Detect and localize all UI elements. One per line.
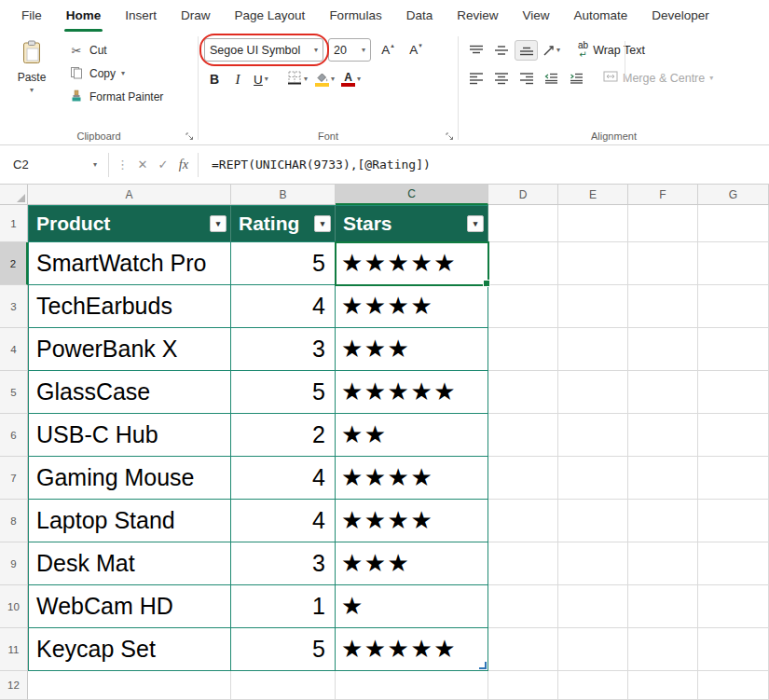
empty-cell[interactable]	[698, 328, 769, 371]
empty-cell[interactable]	[628, 242, 698, 285]
stars-cell[interactable]: ★★★	[336, 542, 488, 585]
row-header[interactable]: 11	[0, 628, 28, 671]
align-right-button[interactable]	[515, 68, 538, 89]
select-all-button[interactable]	[0, 185, 28, 205]
bold-button[interactable]: B	[204, 68, 225, 90]
empty-cell[interactable]	[558, 671, 628, 700]
tab-file[interactable]: File	[9, 0, 54, 32]
empty-cell[interactable]	[558, 457, 628, 500]
clipboard-dialog-launcher[interactable]	[185, 131, 195, 142]
product-header-cell[interactable]: Product ▾	[28, 205, 231, 242]
font-color-button[interactable]: A ▾	[339, 68, 363, 90]
empty-cell[interactable]	[488, 585, 558, 628]
column-header-f[interactable]: F	[628, 185, 698, 205]
borders-button[interactable]: ▾	[285, 68, 309, 90]
empty-cell[interactable]	[628, 628, 698, 671]
empty-cell[interactable]	[628, 457, 698, 500]
fill-color-button[interactable]: ▾	[312, 68, 336, 90]
cut-button[interactable]: ✂ Cut	[65, 40, 167, 61]
empty-cell[interactable]	[488, 242, 558, 285]
empty-cell[interactable]	[488, 500, 558, 542]
tab-insert[interactable]: Insert	[113, 0, 169, 32]
font-name-combobox[interactable]: Segoe UI Symbol ▾	[204, 38, 323, 62]
row-header[interactable]: 1	[0, 205, 28, 242]
stars-cell[interactable]: ★★★★	[336, 457, 488, 500]
empty-cell[interactable]	[558, 414, 628, 457]
rating-cell[interactable]: 5	[231, 371, 336, 414]
column-header-c-selected[interactable]: C	[336, 185, 488, 205]
empty-cell[interactable]	[488, 671, 558, 700]
column-header-d[interactable]: D	[488, 185, 558, 205]
enter-button[interactable]: ✓	[153, 158, 173, 172]
tab-review[interactable]: Review	[445, 0, 510, 32]
row-header[interactable]: 8	[0, 500, 28, 542]
rating-cell[interactable]: 5	[231, 628, 336, 671]
filter-button[interactable]: ▾	[467, 215, 484, 232]
empty-cell[interactable]	[628, 285, 698, 328]
stars-cell[interactable]: ★★	[336, 414, 488, 457]
filter-button[interactable]: ▾	[210, 215, 227, 232]
empty-cell[interactable]	[488, 414, 558, 457]
empty-cell[interactable]	[558, 328, 628, 371]
product-cell[interactable]: SmartWatch Pro	[28, 242, 231, 285]
empty-cell[interactable]	[558, 500, 628, 542]
stars-cell[interactable]: ★★★★★	[336, 628, 488, 671]
formula-input[interactable]: =REPT(UNICHAR(9733),[@Rating])	[212, 158, 431, 172]
empty-cell[interactable]	[488, 285, 558, 328]
stars-cell[interactable]: ★★★★★	[336, 371, 488, 414]
empty-cell[interactable]	[488, 328, 558, 371]
column-header-b[interactable]: B	[231, 185, 336, 205]
cancel-button[interactable]: ✕	[132, 158, 153, 172]
row-header-selected[interactable]: 2	[0, 242, 28, 285]
empty-cell[interactable]	[698, 585, 769, 628]
column-header-e[interactable]: E	[558, 185, 628, 205]
product-cell[interactable]: PowerBank X	[28, 328, 231, 371]
rating-cell[interactable]: 5	[231, 242, 336, 285]
empty-cell[interactable]	[558, 585, 628, 628]
product-cell[interactable]: WebCam HD	[28, 585, 231, 628]
empty-cell[interactable]	[558, 628, 628, 671]
empty-cell[interactable]	[628, 585, 698, 628]
filter-button[interactable]: ▾	[314, 215, 331, 232]
empty-cell[interactable]	[558, 371, 628, 414]
column-header-g[interactable]: G	[698, 185, 769, 205]
rating-cell[interactable]: 1	[231, 585, 336, 628]
empty-cell[interactable]	[628, 500, 698, 542]
empty-cell[interactable]	[488, 628, 558, 671]
align-top-button[interactable]	[464, 40, 487, 61]
empty-cell[interactable]	[558, 205, 628, 242]
rating-cell[interactable]: 4	[231, 500, 336, 542]
empty-cell[interactable]	[488, 542, 558, 585]
format-painter-button[interactable]: Format Painter	[65, 87, 167, 107]
tab-page-layout[interactable]: Page Layout	[223, 0, 318, 32]
empty-cell[interactable]	[628, 542, 698, 585]
underline-button[interactable]: U ▾	[251, 68, 271, 90]
decrease-indent-button[interactable]	[540, 68, 563, 89]
font-size-combobox[interactable]: 20 ▾	[328, 38, 371, 62]
product-cell[interactable]: Gaming Mouse	[28, 457, 231, 500]
stars-cell[interactable]: ★★★★	[336, 500, 488, 542]
tab-view[interactable]: View	[510, 0, 561, 32]
empty-cell[interactable]	[698, 542, 769, 585]
empty-cell[interactable]	[628, 414, 698, 457]
empty-cell[interactable]	[336, 671, 488, 700]
rating-header-cell[interactable]: Rating ▾	[231, 205, 336, 242]
row-header[interactable]: 6	[0, 414, 28, 457]
merge-centre-button[interactable]: Merge & Centre ▾	[603, 70, 713, 87]
rating-cell[interactable]: 4	[231, 457, 336, 500]
empty-cell[interactable]	[698, 414, 769, 457]
tab-draw[interactable]: Draw	[169, 0, 223, 32]
selected-cell[interactable]: ★★★★★	[336, 242, 488, 285]
rating-cell[interactable]: 2	[231, 414, 336, 457]
orientation-button[interactable]: ▾	[540, 40, 563, 61]
name-box[interactable]: C2 ▾	[6, 152, 104, 178]
empty-cell[interactable]	[698, 457, 769, 500]
product-cell[interactable]: Laptop Stand	[28, 500, 231, 542]
align-middle-button[interactable]	[489, 40, 513, 61]
row-header[interactable]: 7	[0, 457, 28, 500]
rating-cell[interactable]: 3	[231, 328, 336, 371]
empty-cell[interactable]	[698, 671, 769, 700]
align-bottom-button[interactable]	[515, 40, 538, 61]
wrap-text-button[interactable]: ab ↵ Wrap Text	[578, 41, 645, 60]
empty-cell[interactable]	[231, 671, 336, 700]
